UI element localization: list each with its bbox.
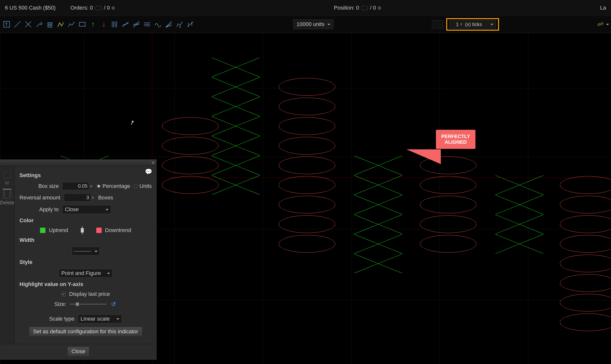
close-icon[interactable]: ✕ [151,160,155,166]
chevron-down-icon [605,22,609,27]
add-indicator-button[interactable]: + [597,20,609,29]
pnf-x-box [343,156,414,175]
pnf-o-box [271,136,343,156]
chevron-down-icon [326,21,330,27]
pnf-o-box [271,195,343,214]
spinner-icon[interactable] [460,22,462,26]
display-last-checkbox[interactable]: ✓ [61,292,66,296]
pnf-x-box [484,234,555,254]
svg-line-22 [166,23,172,27]
sidebar-item-delete[interactable]: Delete [0,188,14,208]
style-select[interactable]: Point and Figure [59,269,113,278]
line-tool-icon[interactable] [13,20,22,29]
annotation-callout[interactable]: PERFECTLY ALIGNED [436,130,475,149]
spinner-icon[interactable] [92,195,94,200]
reversal-input[interactable] [64,194,91,202]
pitchfork-tool-icon[interactable] [132,20,141,29]
wave-tool-icon[interactable] [153,20,163,29]
apply-to-select[interactable]: Close [62,205,111,214]
pnf-o-box [553,273,611,293]
size-slider[interactable] [70,304,107,305]
pnf-x-box [484,195,555,214]
regression-tool-icon[interactable] [121,20,130,29]
gear-icon[interactable] [111,5,115,11]
pnf-x-box [200,136,271,156]
scale-type-select[interactable]: Linear scale [78,314,122,323]
pnf-o-box [271,97,343,116]
pnf-o-box [271,214,343,234]
ticks-group: (x) ticks [432,18,499,31]
width-select[interactable] [72,247,100,256]
pnf-column-up [343,156,414,273]
grid-line-horizontal [0,33,611,33]
pnf-o-box [271,116,343,136]
cursor-icon: ↖ [129,118,136,127]
set-default-button[interactable]: Set as default configuration for this in… [29,327,142,337]
pnf-column-up [484,175,555,254]
radio-percentage[interactable]: Percentage [97,183,130,189]
sidebar-item-first[interactable]: te [0,169,14,188]
position-display: Position: 0 / 0 [334,5,382,11]
color-heading: Color [19,217,152,224]
pnf-column-down [413,156,484,254]
ticks-quantity-select[interactable]: (x) ticks [449,20,496,29]
ticks-qty-input[interactable] [452,21,459,27]
dialog-title-bar[interactable]: ✕ [0,159,157,166]
pnf-x-box [200,57,271,77]
crosshair-tool-icon[interactable] [24,20,33,29]
channel-tool-icon[interactable] [110,20,119,29]
text-tool-icon[interactable]: T [2,20,11,29]
trash-tool-icon[interactable] [45,20,55,29]
chevron-down-icon [489,22,493,27]
radio-units[interactable]: Units [134,183,152,189]
dialog-sidebar: te Delete [0,166,14,344]
ticks-search[interactable] [432,20,443,28]
slider-thumb[interactable] [76,302,79,306]
spinner-icon[interactable] [90,184,92,188]
box-size-input[interactable] [62,182,89,190]
grid-line-vertical [174,33,175,364]
arrow-down-icon[interactable]: ↓ [99,20,109,29]
pnf-x-box [200,97,271,116]
svg-text:+: + [602,22,603,24]
units-select[interactable]: 10000 units [293,19,333,29]
arrow-up-icon[interactable]: ↑ [88,20,98,29]
callout-text: PERFECTLY ALIGNED [436,130,475,149]
instrument-name: 6 US 500 Cash ($50) [5,5,56,11]
pnf-o-box [271,77,343,97]
lines-tool-icon[interactable] [142,20,152,29]
gear-icon[interactable] [377,5,381,11]
boxes-suffix: Boxes [98,195,113,201]
reversal-label: Reversal amount [19,195,60,201]
downtrend-swatch[interactable] [96,228,102,233]
rect-tool-icon[interactable] [78,20,87,29]
dialog-content: 💬 Settings Box size Percentage Units Rev… [14,166,157,344]
extension-tool-icon[interactable] [186,20,195,29]
style-heading: Style [19,259,152,265]
pnf-o-box [553,195,611,214]
pnf-x-box [343,175,414,195]
help-bubble-icon[interactable]: 💬 [145,168,152,175]
uptrend-swatch[interactable] [40,228,45,233]
zigzag-tool-icon[interactable] [56,20,65,29]
wrench-tool-icon[interactable] [34,20,44,29]
scale-type-label: Scale type [49,316,74,322]
reset-icon[interactable]: ↺ [110,301,117,308]
callout-tail [406,149,441,164]
pnf-o-box [553,175,611,195]
svg-rect-10 [79,22,85,26]
gann-tool-icon[interactable]: G [175,20,184,29]
chevron-down-icon [115,316,119,322]
fan-tool-icon[interactable] [164,20,173,29]
trend-tool-icon[interactable] [67,20,76,29]
kbd-icon [361,6,367,10]
candle-icon[interactable] [80,227,84,234]
pnf-o-box [553,293,611,312]
svg-text:T: T [5,22,8,26]
pnf-column-up [200,57,271,195]
pnf-o-box [413,175,484,195]
close-button[interactable]: Close [67,347,89,356]
pnf-x-box [343,234,414,254]
settings-dialog: ✕ te Delete 💬 Settings Box size [0,159,157,360]
pnf-o-box [553,234,611,254]
